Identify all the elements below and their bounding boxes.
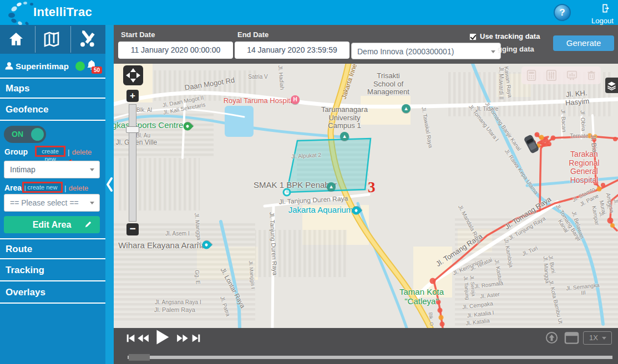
track-point[interactable] bbox=[547, 142, 551, 146]
group-create-new-link[interactable]: create new bbox=[35, 146, 65, 157]
pond bbox=[225, 106, 254, 137]
pan-down-icon[interactable] bbox=[130, 79, 136, 83]
device-select-value: Demo Innova (2000300001) bbox=[357, 47, 454, 56]
app-window: IntelliTrac ? Logout bbox=[0, 0, 618, 364]
track-point[interactable] bbox=[610, 223, 615, 228]
use-logging-data-label-partial: gging data bbox=[498, 45, 534, 53]
fast-forward-button[interactable] bbox=[176, 334, 188, 343]
sidebar-collapse-strip[interactable] bbox=[105, 25, 114, 364]
area-delete-link[interactable]: delete bbox=[69, 184, 88, 192]
track-point[interactable] bbox=[601, 183, 605, 187]
map-canvas[interactable]: Daan Mogot RdJl. Daan Mogot IIJl. Kali S… bbox=[114, 64, 618, 328]
intellitrac-logo-icon bbox=[7, 1, 37, 24]
device-select[interactable]: Demo Innova (2000300001) bbox=[351, 43, 501, 59]
track-point[interactable] bbox=[594, 181, 599, 186]
edit-area-button[interactable]: Edit Area bbox=[4, 216, 100, 233]
sidebar-item-maps[interactable]: Maps bbox=[0, 78, 105, 99]
track-point[interactable] bbox=[540, 141, 545, 145]
speed-select-value: 1X bbox=[589, 334, 598, 342]
nav-divider bbox=[70, 26, 71, 53]
track-point[interactable] bbox=[535, 132, 540, 137]
track-point[interactable] bbox=[539, 135, 544, 140]
dashboard-icon[interactable] bbox=[566, 69, 578, 81]
sidebar-item-tracking[interactable]: Tracking bbox=[0, 260, 105, 281]
group-select[interactable]: Intimap bbox=[4, 161, 100, 178]
sidebar-item-geofence[interactable]: Geofence bbox=[0, 100, 105, 121]
area-label: Area bbox=[4, 183, 22, 192]
skip-end-button[interactable] bbox=[191, 334, 201, 343]
generate-button[interactable]: Generate bbox=[553, 35, 614, 51]
skip-start-button[interactable] bbox=[126, 334, 135, 343]
collapse-chevron-icon bbox=[106, 176, 113, 193]
area-create-new-link[interactable]: create new bbox=[22, 182, 63, 193]
track-point[interactable] bbox=[607, 218, 614, 224]
track-point[interactable] bbox=[438, 308, 443, 313]
create-new-label: create new bbox=[28, 184, 58, 191]
chevron-down-icon bbox=[90, 202, 94, 204]
track-point[interactable] bbox=[436, 300, 441, 305]
group-label: Group bbox=[4, 147, 28, 156]
start-date-input[interactable]: 11 January 2020 00:00:00 bbox=[118, 42, 233, 59]
zoom-out-button[interactable]: − bbox=[126, 223, 139, 235]
annotation-3: 3 bbox=[368, 179, 376, 196]
pencil-icon bbox=[84, 221, 92, 228]
use-tracking-data-checkbox[interactable] bbox=[469, 33, 477, 40]
track-point[interactable] bbox=[597, 187, 602, 192]
username-label: Superintimap bbox=[16, 61, 69, 71]
tools-icon[interactable] bbox=[78, 30, 97, 48]
track-point[interactable] bbox=[439, 315, 444, 320]
app-header: IntelliTrac ? Logout bbox=[0, 0, 618, 25]
track-point[interactable] bbox=[587, 134, 592, 139]
logout-icon bbox=[601, 3, 612, 14]
end-date-label: End Date bbox=[237, 30, 269, 39]
pan-control[interactable] bbox=[123, 65, 143, 85]
trash-icon[interactable] bbox=[586, 69, 597, 81]
query-toolbar: Start Date 11 January 2020 00:00:00 End … bbox=[114, 25, 618, 64]
layers-button[interactable] bbox=[605, 78, 618, 93]
sidebar-item-overlays[interactable]: Overlays bbox=[0, 283, 105, 304]
logout-button[interactable]: Logout bbox=[590, 3, 615, 25]
end-date-input[interactable]: 14 January 2020 23:59:59 bbox=[235, 42, 349, 59]
play-button[interactable] bbox=[153, 329, 170, 346]
pan-left-icon[interactable] bbox=[126, 73, 130, 78]
zoom-slider-handle[interactable] bbox=[126, 126, 139, 133]
area-select-value: == Please select == bbox=[10, 198, 79, 207]
track-point[interactable] bbox=[613, 137, 617, 141]
geofence-toggle[interactable]: ON bbox=[4, 126, 46, 143]
group-select-value: Intimap bbox=[10, 165, 36, 174]
chevron-down-icon bbox=[90, 168, 94, 171]
speed-select[interactable]: 1X bbox=[583, 331, 612, 345]
area-select[interactable]: == Please select == bbox=[4, 194, 100, 212]
sidebar: Superintimap 50 Maps Geofence ON Group c… bbox=[0, 25, 105, 364]
separator: | bbox=[68, 148, 69, 156]
help-icon[interactable]: ? bbox=[554, 4, 571, 21]
calculator-icon[interactable] bbox=[525, 69, 538, 81]
maps-icon[interactable] bbox=[42, 30, 61, 48]
use-tracking-data-label: Use tracking data bbox=[480, 32, 540, 40]
sliders-icon[interactable] bbox=[545, 69, 558, 81]
track-point[interactable] bbox=[551, 136, 556, 141]
recenter-button[interactable] bbox=[545, 331, 558, 344]
pan-up-icon[interactable] bbox=[130, 68, 136, 72]
status-online-dot bbox=[75, 61, 85, 71]
group-delete-link[interactable]: delete bbox=[72, 148, 92, 156]
track-point[interactable] bbox=[594, 135, 597, 139]
user-icon bbox=[4, 61, 14, 70]
zoom-slider-track[interactable] bbox=[129, 104, 136, 222]
track-point[interactable] bbox=[434, 290, 439, 295]
window-button[interactable] bbox=[564, 331, 579, 345]
pan-right-icon[interactable] bbox=[136, 73, 140, 78]
seek-bar-handle[interactable] bbox=[129, 354, 150, 361]
home-icon[interactable] bbox=[7, 30, 26, 48]
toggle-knob bbox=[31, 128, 44, 141]
geofence-polygon[interactable] bbox=[287, 139, 371, 192]
zoom-in-button[interactable]: + bbox=[126, 90, 139, 102]
geofence-vertex-marker[interactable] bbox=[283, 189, 290, 196]
rewind-button[interactable] bbox=[138, 334, 149, 343]
seek-bar-track[interactable] bbox=[128, 356, 612, 359]
sidebar-item-route[interactable]: Route bbox=[0, 238, 105, 259]
user-row: Superintimap 50 bbox=[0, 54, 105, 79]
track-point[interactable] bbox=[440, 322, 445, 327]
map-graphics bbox=[114, 64, 618, 328]
track-point[interactable] bbox=[430, 278, 436, 284]
